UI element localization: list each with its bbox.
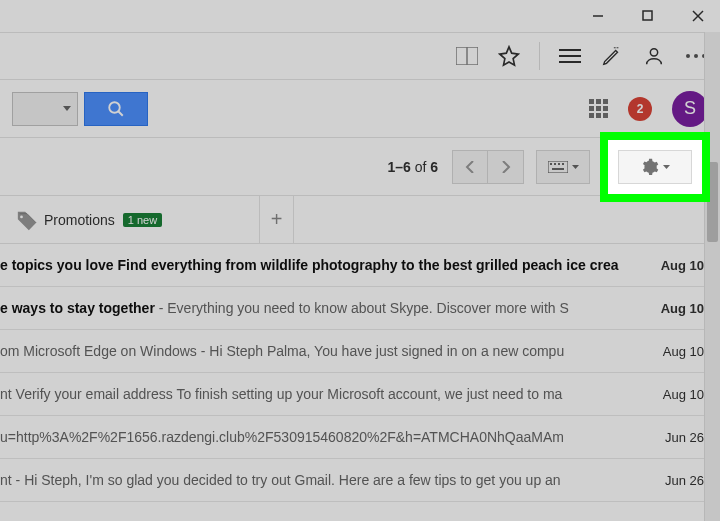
star-icon[interactable]: [497, 44, 521, 68]
message-row[interactable]: om Microsoft Edge on Windows - Hi Steph …: [0, 330, 720, 373]
vertical-scrollbar[interactable]: [704, 32, 720, 521]
message-date: Aug 10: [650, 258, 704, 273]
svg-rect-19: [558, 163, 560, 165]
account-avatar[interactable]: S: [672, 91, 708, 127]
keyboard-icon: [548, 161, 568, 173]
message-date: Aug 10: [650, 301, 704, 316]
tab-label: Promotions: [44, 212, 115, 228]
maximize-button[interactable]: [634, 2, 662, 30]
input-tools-button[interactable]: [536, 150, 590, 184]
svg-point-14: [109, 102, 120, 113]
divider: [539, 42, 540, 70]
message-row[interactable]: nt - Hi Steph, I'm so glad you decided t…: [0, 459, 720, 502]
svg-point-10: [650, 49, 657, 56]
message-date: Jun 26: [650, 473, 704, 488]
svg-rect-18: [554, 163, 556, 165]
chevron-down-icon: [663, 165, 670, 169]
message-list: e topics you love Find everything from w…: [0, 244, 720, 502]
minimize-button[interactable]: [584, 2, 612, 30]
svg-rect-17: [550, 163, 552, 165]
pencil-edit-icon[interactable]: [600, 44, 624, 68]
message-row[interactable]: e topics you love Find everything from w…: [0, 244, 720, 287]
svg-rect-1: [643, 11, 652, 20]
svg-point-11: [686, 54, 690, 58]
window-titlebar: [0, 0, 720, 32]
profile-outline-icon[interactable]: [642, 44, 666, 68]
settings-button[interactable]: [618, 150, 692, 184]
close-button[interactable]: [684, 2, 712, 30]
settings-highlight-callout: [600, 132, 710, 202]
new-count-badge: 1 new: [123, 213, 162, 227]
svg-rect-16: [548, 161, 568, 173]
add-tab-button[interactable]: +: [260, 196, 294, 243]
gmail-header: 2 S: [0, 80, 720, 138]
reader-view-icon[interactable]: [455, 44, 479, 68]
gear-icon: [641, 158, 659, 176]
svg-point-12: [694, 54, 698, 58]
message-row[interactable]: nt Verify your email address To finish s…: [0, 373, 720, 416]
category-tabs: Promotions 1 new +: [0, 196, 720, 244]
search-scope-dropdown[interactable]: [12, 92, 78, 126]
tab-promotions[interactable]: Promotions 1 new: [0, 196, 260, 243]
mail-toolbar: 1–6 of 6: [0, 138, 720, 196]
search-button[interactable]: [84, 92, 148, 126]
svg-rect-21: [552, 168, 564, 170]
message-date: Aug 10: [650, 387, 704, 402]
browser-toolbar: [0, 32, 720, 80]
notifications-badge[interactable]: 2: [628, 97, 652, 121]
message-date: Jun 26: [650, 430, 704, 445]
svg-line-15: [118, 111, 123, 116]
message-row[interactable]: u=http%3A%2F%2F1656.razdengi.club%2F5309…: [0, 416, 720, 459]
message-date: Aug 10: [650, 344, 704, 359]
pagination-label: 1–6 of 6: [387, 159, 438, 175]
svg-rect-20: [562, 163, 564, 165]
tag-icon: [16, 210, 36, 230]
google-apps-icon[interactable]: [589, 99, 608, 118]
message-row[interactable]: e ways to stay together - Everything you…: [0, 287, 720, 330]
hamburger-menu-icon[interactable]: [558, 44, 582, 68]
prev-page-button[interactable]: [452, 150, 488, 184]
next-page-button[interactable]: [488, 150, 524, 184]
